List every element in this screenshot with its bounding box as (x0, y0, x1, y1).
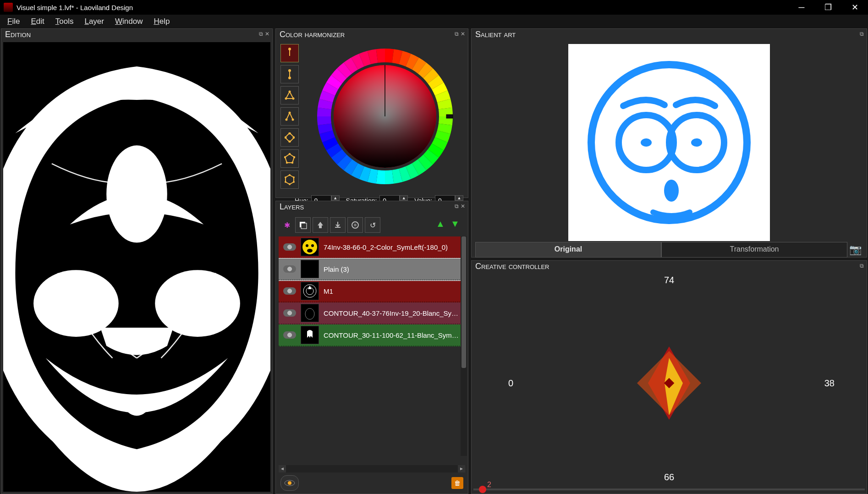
salient-canvas[interactable] (568, 44, 770, 241)
tab-transformation[interactable]: Transformation (661, 242, 847, 258)
svg-point-13 (292, 98, 295, 100)
svg-point-57 (691, 138, 702, 147)
edition-panel: Edition ⧉✕ (1, 28, 273, 494)
svg-point-28 (284, 156, 286, 158)
svg-point-5 (156, 198, 166, 208)
app-icon (4, 3, 13, 12)
sat-up[interactable]: ▲ (400, 195, 408, 201)
layer-thumbnail (301, 326, 319, 344)
svg-point-12 (289, 91, 291, 93)
panel-close-icon[interactable]: ✕ (461, 31, 465, 37)
svg-point-56 (641, 138, 652, 147)
layer-visibility-icon[interactable] (283, 243, 296, 251)
panel-undock-icon[interactable]: ⧉ (860, 31, 864, 37)
svg-point-7 (288, 48, 291, 50)
layer-row[interactable]: CONTOUR_30-11-100-62_11-Blanc_SymLeft(2 (279, 324, 467, 346)
layer-move-up[interactable]: ▲ (436, 219, 449, 231)
harmony-mode-pentagon[interactable] (280, 149, 299, 168)
harmony-mode-complement[interactable] (280, 65, 299, 83)
cc-value-right: 38 (824, 378, 835, 388)
svg-point-9 (288, 69, 291, 72)
snapshot-button[interactable]: 📷 (847, 242, 863, 258)
val-up[interactable]: ▲ (455, 195, 463, 201)
tab-original[interactable]: Original (475, 242, 661, 258)
svg-point-2 (33, 270, 119, 337)
hue-up[interactable]: ▲ (331, 195, 340, 201)
layer-visibility-icon[interactable] (283, 331, 296, 339)
layer-scrollbar-horizontal[interactable]: ◄► (279, 465, 465, 472)
svg-point-58 (664, 180, 679, 202)
layer-row[interactable]: 74Inv-38-66-0_2-Color_SymLeft(-180_0) (279, 236, 467, 258)
layer-merge-button[interactable] (313, 217, 328, 233)
edition-canvas[interactable] (3, 42, 270, 492)
harmony-mode-split[interactable] (280, 107, 299, 126)
svg-point-16 (292, 119, 294, 121)
svg-point-46 (311, 244, 314, 247)
creative-slider[interactable]: 2 (473, 487, 865, 492)
svg-point-3 (155, 270, 240, 337)
svg-point-24 (289, 153, 291, 155)
menu-tools[interactable]: Tools (51, 16, 78, 27)
salient-header: Salient art ⧉ (472, 29, 867, 40)
layer-move-down[interactable]: ▼ (450, 219, 463, 231)
layer-row[interactable]: M1 (279, 280, 467, 302)
svg-point-47 (307, 249, 313, 252)
layer-new-button[interactable] (295, 217, 311, 233)
layer-scrollbar-vertical[interactable] (461, 236, 467, 456)
panel-close-icon[interactable]: ✕ (461, 203, 465, 209)
layer-visibility-icon[interactable] (283, 309, 296, 317)
harmony-mode-triad[interactable] (280, 86, 299, 104)
panel-undock-icon[interactable]: ⧉ (860, 263, 864, 269)
maximize-button[interactable]: ❐ (815, 0, 841, 15)
layer-name: CONTOUR_30-11-100-62_11-Blanc_SymLeft(2 (324, 331, 462, 339)
cc-value-left: 0 (508, 378, 513, 388)
layer-fx-button[interactable] (347, 217, 363, 233)
creative-diamond[interactable]: 74 38 66 0 2 (472, 272, 867, 494)
layers-header: Layers ⧉✕ (276, 201, 468, 213)
menu-window[interactable]: Window (110, 16, 147, 27)
layer-reset-button[interactable]: ↺ (365, 217, 380, 233)
layer-thumbnail (301, 282, 319, 300)
svg-point-4 (108, 198, 117, 208)
harmony-mode-hexagon[interactable] (280, 170, 299, 189)
menu-bar: File Edit Tools Layer Window Help (0, 15, 868, 28)
harmony-mode-square[interactable] (280, 128, 299, 147)
layer-visibility-icon[interactable] (283, 287, 296, 295)
layer-delete-button[interactable]: 🗑 (451, 477, 463, 489)
layer-row[interactable]: CONTOUR_40-37-76Inv-19_20-Blanc_SymRig (279, 302, 467, 324)
svg-marker-29 (286, 175, 294, 184)
svg-point-35 (285, 176, 286, 178)
layer-visibility-toggle[interactable] (280, 475, 299, 491)
svg-point-33 (289, 183, 291, 185)
layer-visibility-icon[interactable] (283, 265, 296, 273)
svg-point-52 (288, 481, 291, 485)
color-harmonizer-panel: Color harmonizer ⧉✕ (275, 28, 468, 198)
layer-name: 74Inv-38-66-0_2-Color_SymLeft(-180_0) (324, 243, 462, 251)
minimize-button[interactable]: ─ (788, 0, 815, 15)
layer-flatten-button[interactable] (330, 217, 346, 233)
panel-undock-icon[interactable]: ⧉ (259, 31, 263, 37)
menu-layer[interactable]: Layer (80, 16, 109, 27)
svg-point-45 (306, 244, 308, 247)
edition-header: Edition ⧉✕ (1, 29, 272, 40)
svg-point-32 (293, 181, 295, 183)
svg-point-43 (354, 224, 357, 226)
layer-thumbnail (301, 238, 319, 256)
layer-list[interactable]: 74Inv-38-66-0_2-Color_SymLeft(-180_0)Pla… (279, 236, 467, 464)
creative-slider-value: 2 (487, 481, 491, 489)
svg-point-15 (289, 112, 291, 114)
menu-help[interactable]: Help (149, 16, 174, 27)
panel-undock-icon[interactable]: ⧉ (455, 203, 459, 209)
color-wheel[interactable] (306, 44, 463, 189)
svg-point-30 (289, 174, 291, 176)
menu-file[interactable]: File (3, 16, 24, 27)
svg-point-17 (286, 119, 288, 121)
panel-undock-icon[interactable]: ⧉ (455, 31, 459, 37)
close-button[interactable]: ✕ (841, 0, 868, 15)
panel-close-icon[interactable]: ✕ (265, 31, 269, 37)
menu-edit[interactable]: Edit (26, 16, 49, 27)
layer-row[interactable]: Plain (3) (279, 258, 467, 280)
title-bar: Visuel simple 1.lvf* - Laoviland Design … (0, 0, 868, 15)
color-sample-icon[interactable]: ✱ (280, 217, 293, 233)
harmony-mode-single[interactable] (280, 44, 299, 62)
